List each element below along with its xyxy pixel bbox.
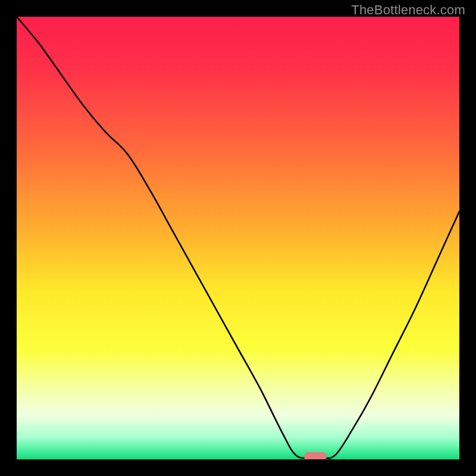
plot-area [17,17,459,459]
optimal-marker [304,452,327,459]
chart-frame: TheBottleneck.com [0,0,476,476]
watermark-text: TheBottleneck.com [351,2,465,18]
bottleneck-curve [17,17,459,459]
